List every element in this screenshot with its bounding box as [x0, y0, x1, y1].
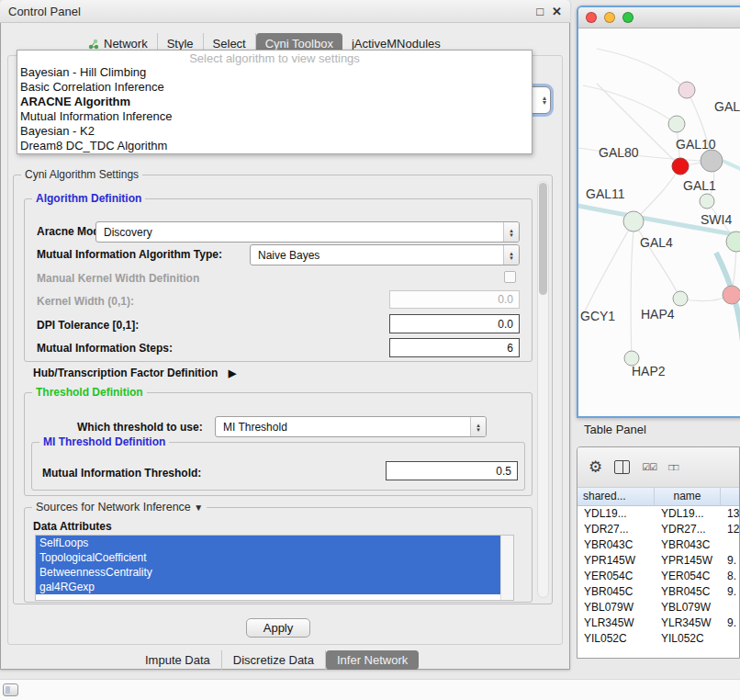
cell: 9. [721, 584, 739, 600]
table-row[interactable]: YBR043C YBR043C [577, 537, 739, 553]
cell: YDL19... [655, 506, 721, 522]
group-title: Threshold Definition [32, 386, 147, 399]
cell: YDR27... [577, 522, 655, 537]
expand-arrow-icon: ▶ [229, 367, 236, 378]
column-header-shared-name[interactable]: shared... [577, 488, 655, 505]
network-tab-icon [88, 39, 99, 50]
tab-label: Discretize Data [233, 653, 314, 667]
network-node[interactable] [673, 291, 688, 306]
algorithm-dropdown-popup: Select algorithm to view settings Bayesi… [17, 50, 533, 154]
aracne-mode-combobox[interactable]: Discovery ▴▾ [95, 221, 520, 243]
settings-scrollbar[interactable] [537, 181, 549, 598]
cell: YBL079W [577, 600, 655, 615]
network-view-window: GAL GAL80 GAL10 GAL11 GAL1 SWI4 GAL4 GCY… [577, 6, 740, 418]
kernel-width-label: Kernel Width (0,1): [37, 295, 134, 308]
manual-kernel-label: Manual Kernel Width Definition [37, 272, 199, 285]
cell: 9. [721, 553, 739, 569]
network-node[interactable] [701, 150, 723, 172]
dropdown-item-selected[interactable]: ARACNE Algorithm [17, 95, 532, 109]
apply-button[interactable]: Apply [246, 618, 310, 638]
tab-label: Network [104, 37, 148, 51]
dropdown-item[interactable]: Mutual Information Inference [17, 109, 532, 124]
bottom-dock-strip [0, 679, 740, 700]
cell [721, 537, 739, 553]
attributes-scrollbar[interactable] [500, 536, 513, 600]
window-controls: □ ✕ [536, 5, 562, 18]
attribute-item-selected[interactable]: TopologicalCoefficient [36, 550, 500, 565]
cell: YBR045C [577, 584, 655, 600]
column-header-name[interactable]: name [655, 488, 721, 505]
network-node[interactable] [668, 116, 685, 132]
network-node[interactable] [672, 158, 689, 175]
which-threshold-combobox[interactable]: MI Threshold ▴▾ [215, 416, 487, 437]
hub-section-toggle[interactable]: Hub/Transcription Factor Definition ▶ [33, 367, 236, 379]
network-node[interactable] [623, 211, 644, 231]
node-label: HAP2 [632, 364, 666, 378]
dropdown-item[interactable]: Dream8 DC_TDC Algorithm [17, 139, 532, 153]
network-canvas[interactable]: GAL GAL80 GAL10 GAL11 GAL1 SWI4 GAL4 GCY… [578, 28, 740, 418]
cell: YBL079W [655, 600, 721, 615]
network-node[interactable] [678, 82, 695, 98]
gear-icon[interactable]: ⚙ [589, 457, 602, 477]
control-panel-titlebar: Control Panel □ ✕ [0, 0, 570, 23]
cell: 9. [721, 615, 739, 631]
dpi-tolerance-field[interactable]: 0.0 [389, 314, 520, 333]
float-window-icon[interactable]: □ [536, 5, 544, 18]
data-attributes-label: Data Attributes [33, 520, 112, 533]
data-attributes-list[interactable]: SelfLoops TopologicalCoefficient Between… [35, 535, 514, 601]
table-row[interactable]: YIL052C YIL052C [577, 631, 739, 647]
unchecked-checkboxes-icon[interactable]: □□ [668, 462, 678, 472]
table-row[interactable]: YER054C YER054C 8. [577, 569, 739, 584]
zoom-traffic-light-icon[interactable] [622, 12, 633, 23]
dropdown-placeholder: Select algorithm to view settings [17, 51, 532, 65]
sources-group-toggle[interactable]: Sources for Network Inference ▼ [32, 501, 207, 514]
tab-discretize-data[interactable]: Discretize Data [222, 650, 326, 670]
table-row[interactable]: YDL19... YDL19... 13 [577, 506, 739, 522]
attribute-item-selected[interactable]: BetweennessCentrality [36, 565, 500, 580]
tab-infer-network[interactable]: Infer Network [326, 650, 419, 670]
node-label: GAL [714, 99, 740, 114]
tab-impute-data[interactable]: Impute Data [134, 650, 222, 670]
combo-stepper-icon: ▴▾ [503, 222, 519, 242]
hub-section-label: Hub/Transcription Factor Definition [33, 367, 218, 379]
mi-steps-field[interactable]: 6 [389, 338, 520, 357]
node-label: HAP4 [641, 307, 675, 322]
table-row[interactable]: YDR27... YDR27... 12 [577, 522, 739, 537]
collapse-arrow-icon: ▼ [194, 502, 203, 513]
mi-type-combobox[interactable]: Naive Bayes ▴▾ [250, 244, 520, 265]
settings-scrollbar-thumb[interactable] [539, 183, 547, 295]
node-label: GAL10 [676, 137, 716, 152]
dropdown-item[interactable]: Bayesian - K2 [17, 124, 532, 139]
table-header-row: shared... name [577, 488, 739, 506]
checked-checkboxes-icon[interactable]: ☑☑ [642, 462, 656, 472]
table-row[interactable]: YBL079W YBL079W [577, 600, 739, 615]
node-label: GCY1 [580, 309, 615, 323]
minimized-panel-icon[interactable] [3, 683, 18, 696]
close-traffic-light-icon[interactable] [586, 12, 597, 23]
attribute-item-selected[interactable]: SelfLoops [36, 536, 500, 550]
cell: 12 [721, 522, 739, 537]
cell: YIL052C [655, 631, 721, 647]
cell: YER054C [655, 569, 721, 584]
columns-icon[interactable] [614, 460, 630, 474]
manual-kernel-checkbox[interactable] [504, 271, 516, 283]
network-node[interactable] [723, 286, 740, 304]
minimize-traffic-light-icon[interactable] [604, 12, 615, 23]
table-row[interactable]: YLR345W YLR345W 9. [577, 615, 739, 631]
table-row[interactable]: YPR145W YPR145W 9. [577, 553, 739, 569]
network-node[interactable] [700, 194, 714, 209]
dropdown-item[interactable]: Basic Correlation Inference [17, 80, 532, 95]
cell: YBR045C [655, 584, 721, 600]
mi-threshold-field[interactable]: 0.5 [386, 461, 518, 480]
close-window-icon[interactable]: ✕ [552, 5, 562, 18]
cell: 8. [721, 569, 739, 584]
group-title: Algorithm Definition [32, 192, 145, 205]
table-row[interactable]: YBR045C YBR045C 9. [577, 584, 739, 600]
kernel-width-field[interactable]: 0.0 [389, 290, 520, 309]
dropdown-item[interactable]: Bayesian - Hill Climbing [17, 65, 532, 80]
attribute-item-selected[interactable]: gal4RGexp [36, 580, 500, 594]
dpi-tolerance-label: DPI Tolerance [0,1]: [37, 319, 139, 332]
column-header-clipped[interactable] [721, 488, 739, 505]
group-title: Cyni Algorithm Settings [21, 168, 142, 181]
node-label: SWI4 [701, 212, 732, 227]
